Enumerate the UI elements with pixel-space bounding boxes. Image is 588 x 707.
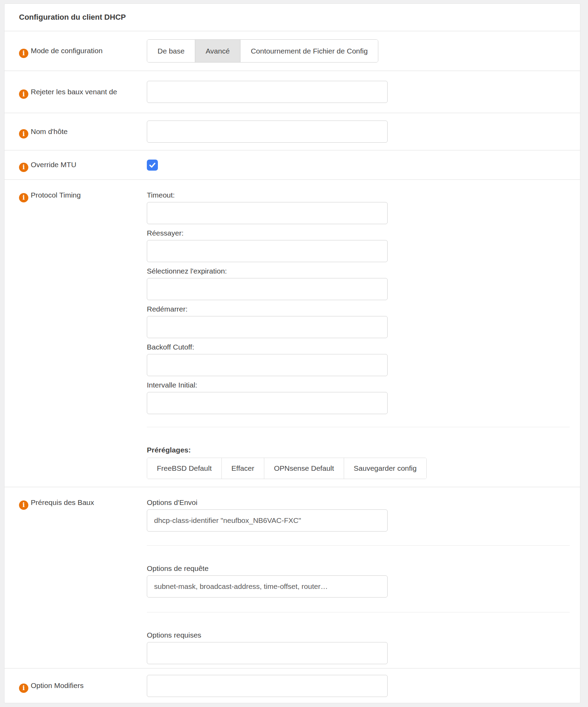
info-icon: i — [19, 129, 28, 138]
hostname-field — [147, 121, 580, 143]
retry-label: Réessayer: — [147, 226, 570, 240]
option-modifiers-label-cell: iOption Modifiers — [4, 679, 147, 693]
protocol-timing-label-cell: iProtocol Timing — [4, 180, 147, 202]
reject-leases-label-cell: iRejeter les baux venant de — [4, 85, 147, 99]
info-icon: i — [19, 193, 28, 202]
row-protocol-timing: iProtocol Timing Timeout: Réessayer: Sél… — [4, 179, 580, 487]
lease-requirements-label-cell: iPrérequis des Baux — [4, 487, 147, 510]
send-options-label: Options d'Envoi — [147, 496, 570, 509]
divider — [147, 427, 570, 427]
backoff-cutoff-label: Backoff Cutoff: — [147, 340, 570, 354]
check-icon — [149, 161, 156, 169]
configuration-mode-label-cell: iMode de configuration — [4, 44, 147, 58]
override-mtu-field — [147, 160, 580, 171]
presets-label: Préréglages: — [147, 443, 570, 457]
preset-opnsense-default-button[interactable]: OPNsense Default — [264, 458, 344, 479]
divider — [147, 545, 570, 546]
timing-field-retry: Réessayer: — [147, 226, 570, 262]
configuration-mode-field: De base Avancé Contournement de Fichier … — [147, 39, 580, 63]
reboot-label: Redémarrer: — [147, 302, 570, 316]
reject-leases-input[interactable] — [147, 81, 388, 103]
initial-interval-input[interactable] — [147, 392, 388, 414]
info-icon: i — [19, 89, 28, 99]
row-lease-requirements: iPrérequis des Baux Options d'Envoi Opti… — [4, 487, 580, 668]
override-mtu-label-cell: iOverride MTU — [4, 158, 147, 172]
mode-advanced-button[interactable]: Avancé — [195, 40, 240, 62]
retry-input[interactable] — [147, 240, 388, 262]
info-icon: i — [19, 49, 28, 58]
configuration-mode-label: Mode de configuration — [31, 47, 103, 55]
mode-basic-button[interactable]: De base — [147, 40, 195, 62]
send-options-input[interactable] — [147, 509, 388, 532]
hostname-label-cell: iNom d'hôte — [4, 125, 147, 139]
row-reject-leases: iRejeter les baux venant de — [4, 70, 580, 113]
preset-save-config-button[interactable]: Sauvegarder config — [344, 458, 426, 479]
protocol-timing-field: Timeout: Réessayer: Sélectionnez l'expir… — [147, 180, 580, 479]
presets-button-group: FreeBSD Default Effacer OPNsense Default… — [147, 458, 427, 479]
preset-clear-button[interactable]: Effacer — [222, 458, 264, 479]
timing-field-backoff-cutoff: Backoff Cutoff: — [147, 340, 570, 376]
timing-field-initial-interval: Intervalle Initial: — [147, 378, 570, 414]
timing-field-timeout: Timeout: — [147, 188, 570, 224]
row-hostname: iNom d'hôte — [4, 113, 580, 150]
backoff-cutoff-input[interactable] — [147, 354, 388, 376]
hostname-label: Nom d'hôte — [31, 127, 68, 135]
configuration-mode-button-group: De base Avancé Contournement de Fichier … — [147, 39, 378, 63]
lease-requirements-field: Options d'Envoi Options de requête Optio… — [147, 487, 580, 664]
timeout-input[interactable] — [147, 202, 388, 224]
row-option-modifiers: iOption Modifiers — [4, 668, 580, 703]
dhcp-config-panel: Configuration du client DHCP iMode de co… — [4, 3, 580, 703]
panel-title: Configuration du client DHCP — [4, 4, 580, 31]
timing-field-reboot: Redémarrer: — [147, 302, 570, 338]
info-icon: i — [19, 163, 28, 172]
info-icon: i — [19, 684, 28, 693]
require-options-input[interactable] — [147, 642, 388, 664]
reject-leases-label: Rejeter les baux venant de — [31, 88, 117, 96]
row-override-mtu: iOverride MTU — [4, 150, 580, 179]
override-mtu-label: Override MTU — [31, 161, 76, 169]
option-modifiers-label: Option Modifiers — [31, 681, 84, 689]
divider — [147, 612, 570, 612]
preset-freebsd-default-button[interactable]: FreeBSD Default — [147, 458, 222, 479]
info-icon: i — [19, 500, 28, 510]
reject-leases-field — [147, 81, 580, 103]
select-timeout-input[interactable] — [147, 278, 388, 300]
timeout-label: Timeout: — [147, 188, 570, 202]
require-options-label: Options requises — [147, 628, 570, 642]
timing-field-select-timeout: Sélectionnez l'expiration: — [147, 264, 570, 300]
option-modifiers-input[interactable] — [147, 675, 388, 697]
row-configuration-mode: iMode de configuration De base Avancé Co… — [4, 31, 580, 70]
request-options-label: Options de requête — [147, 562, 570, 575]
request-options-input[interactable] — [147, 575, 388, 598]
override-mtu-checkbox[interactable] — [147, 160, 158, 171]
initial-interval-label: Intervalle Initial: — [147, 378, 570, 392]
hostname-input[interactable] — [147, 121, 388, 143]
select-timeout-label: Sélectionnez l'expiration: — [147, 264, 570, 278]
option-modifiers-field — [147, 675, 580, 697]
protocol-timing-label: Protocol Timing — [31, 191, 81, 199]
mode-config-override-button[interactable]: Contournement de Fichier de Config — [240, 40, 378, 62]
reboot-input[interactable] — [147, 316, 388, 338]
lease-requirements-label: Prérequis des Baux — [31, 498, 94, 506]
